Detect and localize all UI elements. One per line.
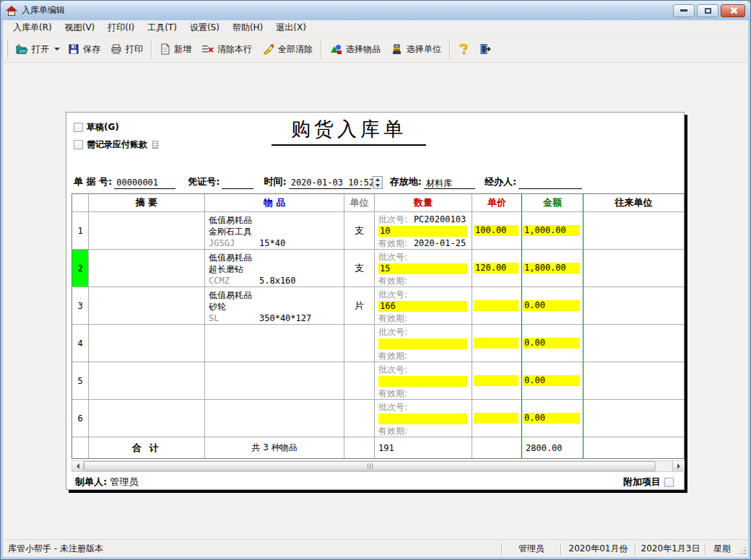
arrow-left-icon	[77, 463, 79, 469]
scrollbar-thumb[interactable]	[84, 461, 656, 471]
qty-input[interactable]	[378, 414, 467, 424]
item-cell[interactable]: 低值易耗品 超长磨钻 CCMZ 5.8x160	[205, 250, 344, 287]
menu-view[interactable]: 视图(V)	[58, 19, 102, 36]
summary-cell[interactable]	[89, 212, 205, 250]
unit-cell[interactable]	[344, 325, 375, 362]
total-vendor-cell	[583, 437, 684, 458]
amount-input[interactable]: 1,000.00	[523, 225, 580, 236]
qty-input[interactable]	[378, 376, 467, 387]
amount-input[interactable]: 0.00	[523, 338, 580, 349]
summary-cell[interactable]	[89, 250, 205, 287]
help-button[interactable]	[453, 40, 474, 58]
extra-items-checkbox[interactable]	[664, 478, 674, 487]
clear-row-button[interactable]: 清除本行	[196, 40, 257, 58]
minimize-button[interactable]	[673, 4, 695, 17]
menu-stockin[interactable]: 入库单(R)	[6, 19, 58, 36]
select-item-button[interactable]: 选择物品	[325, 40, 386, 58]
qty-input[interactable]	[378, 338, 467, 349]
vendor-cell[interactable]	[583, 287, 684, 325]
expiry-value[interactable]: 2020-01-25	[414, 238, 466, 248]
row-number-cell[interactable]: 5	[72, 362, 89, 400]
handler-field[interactable]	[518, 178, 582, 189]
price-cell: 120.00	[472, 250, 522, 287]
item-cell[interactable]	[205, 400, 344, 437]
row-number-cell[interactable]: 1	[72, 212, 89, 250]
price-input[interactable]	[474, 338, 518, 349]
doc-no-field[interactable]: 00000001	[114, 178, 175, 189]
amount-input[interactable]: 0.00	[523, 413, 580, 424]
item-cell[interactable]: 低值易耗品 金刚石工具 JGSGJ 15*40	[205, 212, 344, 250]
header-amount: 金额	[522, 194, 583, 212]
row-number-cell[interactable]: 2	[72, 250, 89, 287]
scrollbar-track[interactable]	[656, 461, 672, 471]
unit-cell[interactable]	[344, 362, 375, 400]
qty-input[interactable]: 166	[378, 301, 467, 312]
batch-value[interactable]: PC20200103	[414, 214, 466, 224]
qty-input[interactable]: 15	[378, 263, 467, 274]
horizontal-scrollbar[interactable]	[71, 460, 685, 472]
item-cell[interactable]: 低值易耗品 砂轮 SL 350*40*127	[205, 287, 344, 325]
expiry-label: 有效期:	[378, 351, 407, 361]
payable-checkbox[interactable]	[74, 140, 83, 149]
unit-cell[interactable]: 支	[344, 212, 375, 250]
amount-input[interactable]: 1,800.00	[523, 263, 580, 274]
vendor-cell[interactable]	[583, 325, 684, 362]
time-field[interactable]: 2020-01-03 10:52	[289, 178, 371, 189]
vendor-cell[interactable]	[583, 362, 684, 400]
row-number-cell[interactable]: 6	[72, 400, 89, 437]
menu-tools[interactable]: 工具(T)	[141, 19, 183, 36]
restore-button[interactable]	[697, 4, 719, 17]
location-field[interactable]: 材料库	[424, 178, 475, 189]
expiry-label: 有效期:	[378, 388, 407, 398]
print-button[interactable]: 打印	[105, 40, 148, 58]
row-number-cell[interactable]: 4	[72, 325, 89, 362]
vendor-cell[interactable]	[583, 400, 684, 437]
menu-print[interactable]: 打印(I)	[101, 19, 141, 36]
item-cell[interactable]	[205, 362, 344, 400]
menu-help[interactable]: 帮助(H)	[226, 19, 269, 36]
payable-note-icon[interactable]	[152, 141, 158, 149]
new-document-icon	[160, 43, 170, 55]
draft-checkbox[interactable]	[74, 123, 83, 132]
open-dropdown-icon[interactable]	[54, 48, 60, 51]
summary-cell[interactable]	[89, 287, 205, 325]
exit-button[interactable]	[474, 40, 496, 58]
voucher-field[interactable]	[222, 178, 253, 189]
scroll-right-button[interactable]	[672, 461, 684, 471]
price-input[interactable]	[474, 413, 518, 424]
clear-all-button[interactable]: 全部清除	[257, 40, 318, 58]
price-input[interactable]	[474, 300, 518, 311]
open-button[interactable]: 打开	[11, 40, 54, 58]
amount-input[interactable]: 0.00	[523, 375, 580, 386]
open-folder-icon	[16, 43, 28, 55]
row-number-cell[interactable]: 3	[72, 287, 89, 325]
time-spinner[interactable]	[373, 176, 383, 189]
item-cell[interactable]	[205, 325, 344, 362]
qty-input[interactable]: 10	[378, 226, 467, 237]
toolbar-grip[interactable]	[6, 40, 8, 58]
resize-grip-icon[interactable]	[738, 546, 747, 555]
qty-cell: 批次号: 有效期:	[375, 400, 472, 437]
close-button[interactable]	[721, 4, 745, 17]
amount-cell: 0.00	[522, 400, 583, 437]
amount-input[interactable]: 0.00	[523, 300, 580, 311]
location-label: 存放地:	[390, 175, 422, 189]
unit-cell[interactable]: 片	[344, 287, 375, 325]
scroll-left-button[interactable]	[72, 461, 84, 471]
price-input[interactable]: 100.00	[474, 225, 518, 236]
new-button[interactable]: 新增	[155, 40, 196, 58]
menu-exit[interactable]: 退出(X)	[269, 19, 313, 36]
summary-cell[interactable]	[89, 362, 205, 400]
unit-cell[interactable]	[344, 400, 375, 437]
save-button[interactable]: 保存	[63, 40, 105, 58]
summary-cell[interactable]	[89, 400, 205, 437]
summary-cell[interactable]	[89, 325, 205, 362]
unit-cell[interactable]: 支	[344, 250, 375, 287]
select-unit-button[interactable]: 选择单位	[386, 40, 446, 58]
vendor-cell[interactable]	[583, 250, 684, 287]
expiry-label: 有效期:	[378, 238, 407, 248]
price-input[interactable]: 120.00	[474, 263, 518, 274]
menu-settings[interactable]: 设置(S)	[183, 19, 226, 36]
vendor-cell[interactable]	[583, 212, 684, 250]
price-input[interactable]	[474, 375, 518, 386]
